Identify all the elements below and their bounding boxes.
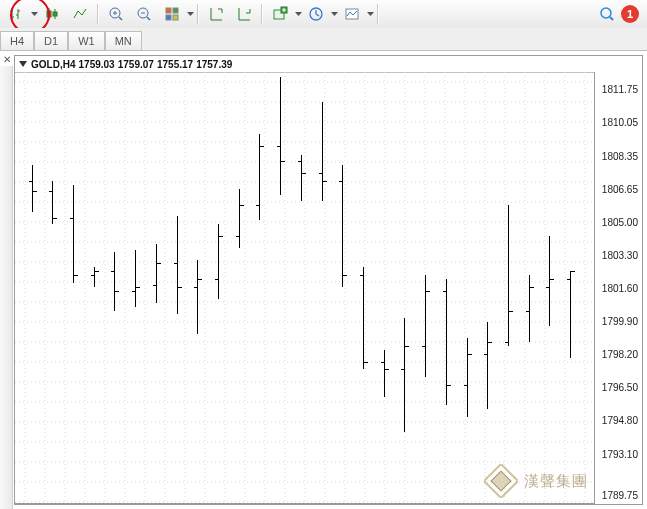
chart-symbol: GOLD,H4 xyxy=(31,59,75,70)
ohlc-bar xyxy=(508,205,509,346)
ohlc-bar xyxy=(363,267,364,369)
ohlc-bar xyxy=(342,165,343,287)
ohlc-bar xyxy=(529,275,530,342)
svg-rect-87 xyxy=(491,471,511,491)
chart-pane[interactable]: GOLD,H4 1759.03 1759.07 1755.17 1757.39 … xyxy=(14,55,643,505)
ohlc-bar xyxy=(197,260,198,335)
chart-open: 1759.03 xyxy=(79,59,115,70)
ohlc-bar xyxy=(239,189,240,248)
ohlc-bar xyxy=(218,224,219,299)
arrange-dropdown[interactable] xyxy=(186,12,194,17)
ohlc-bar xyxy=(94,267,95,287)
tf-mn-tab[interactable]: MN xyxy=(105,31,142,50)
x-axis-line xyxy=(15,503,595,504)
templates-button[interactable] xyxy=(339,2,365,26)
ohlc-bar xyxy=(280,77,281,195)
shift-chart-button[interactable] xyxy=(203,2,229,26)
ohlc-bar xyxy=(549,236,550,326)
ohlc-bar xyxy=(425,275,426,377)
ohlc-bar xyxy=(135,250,136,307)
arrange-windows-button[interactable] xyxy=(159,2,185,26)
ohlc-bar xyxy=(259,134,260,220)
svg-line-34 xyxy=(610,17,613,20)
chart-close: 1757.39 xyxy=(196,59,232,70)
plot-area[interactable] xyxy=(15,72,595,504)
side-pane xyxy=(0,66,13,509)
svg-line-31 xyxy=(316,14,319,16)
ohlc-bar xyxy=(52,181,53,224)
ohlc-bar xyxy=(177,216,178,314)
templates-dropdown[interactable] xyxy=(366,12,374,17)
periodicity-dropdown[interactable] xyxy=(330,12,338,17)
candlestick-chart-button[interactable] xyxy=(39,2,65,26)
svg-rect-9 xyxy=(53,12,57,16)
svg-line-15 xyxy=(147,17,150,20)
svg-rect-20 xyxy=(173,15,178,20)
tf-w1-tab[interactable]: W1 xyxy=(68,31,105,50)
ohlc-bar xyxy=(467,338,468,417)
notification-badge[interactable]: 1 xyxy=(621,5,639,23)
toolbar-separator-2 xyxy=(197,4,199,24)
y-axis: 1811.751810.051808.351806.651805.001803.… xyxy=(594,72,642,504)
chart-title-bar[interactable]: GOLD,H4 1759.03 1759.07 1755.17 1757.39 xyxy=(15,56,642,73)
svg-rect-18 xyxy=(173,8,178,13)
search-button[interactable] xyxy=(597,4,617,24)
chart-low: 1755.17 xyxy=(157,59,193,70)
tf-d1-tab[interactable]: D1 xyxy=(34,31,68,50)
ohlc-bar xyxy=(322,102,323,200)
watermark-text: 漢聲集團 xyxy=(524,472,588,491)
ohlc-bar xyxy=(570,271,571,357)
zoom-out-button[interactable] xyxy=(131,2,157,26)
ohlc-bar xyxy=(487,322,488,408)
toolbar-separator-3 xyxy=(261,4,263,24)
ohlc-bar xyxy=(73,185,74,283)
timeframe-tabs: H4 D1 W1 MN xyxy=(0,28,647,51)
ohlc-bar xyxy=(384,350,385,397)
toolbar-separator-4 xyxy=(377,4,379,24)
ohlc-bar xyxy=(114,252,115,311)
toolbar-separator xyxy=(97,4,99,24)
watermark: 漢聲集團 xyxy=(484,464,588,498)
auto-scroll-button[interactable] xyxy=(231,2,257,26)
ohlc-bar xyxy=(301,155,302,200)
svg-rect-19 xyxy=(166,15,171,20)
dropdown-triangle-icon xyxy=(19,61,27,67)
svg-rect-17 xyxy=(166,8,171,13)
watermark-icon xyxy=(484,464,518,498)
indicators-button[interactable] xyxy=(267,2,293,26)
bar-chart-button[interactable] xyxy=(3,2,29,26)
ohlc-bar xyxy=(446,279,447,405)
tf-h4-tab[interactable]: H4 xyxy=(0,31,34,50)
close-chart-button[interactable]: ✕ xyxy=(2,54,12,64)
bar-chart-dropdown[interactable] xyxy=(30,12,38,17)
periodicity-button[interactable] xyxy=(303,2,329,26)
indicators-dropdown[interactable] xyxy=(294,12,302,17)
line-chart-button[interactable] xyxy=(67,2,93,26)
ohlc-bar xyxy=(32,165,33,212)
chart-high: 1759.07 xyxy=(118,59,154,70)
main-toolbar: 1 xyxy=(0,0,647,29)
zoom-in-button[interactable] xyxy=(103,2,129,26)
svg-point-33 xyxy=(601,8,611,18)
ohlc-bar xyxy=(404,318,405,432)
ohlc-bar xyxy=(156,244,157,303)
svg-line-11 xyxy=(119,17,122,20)
svg-rect-7 xyxy=(47,11,51,17)
